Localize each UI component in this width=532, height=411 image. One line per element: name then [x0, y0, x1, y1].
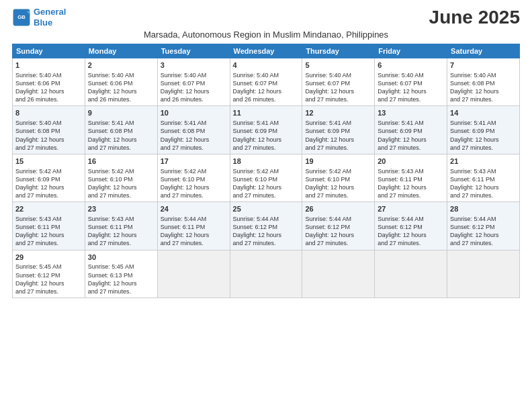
sunrise: Sunrise: 5:42 AM: [233, 168, 279, 175]
sunset: Sunset: 6:07 PM: [378, 80, 423, 87]
daylight-minutes: and 26 minutes.: [15, 96, 58, 103]
table-row: 1Sunrise: 5:40 AMSunset: 6:06 PMDaylight…: [13, 58, 520, 106]
daylight-label: Daylight: 12 hours: [161, 136, 210, 143]
sunrise: Sunrise: 5:43 AM: [88, 216, 134, 222]
day-number: 4: [233, 60, 300, 71]
day-number: 20: [378, 156, 444, 167]
table-cell: 10Sunrise: 5:41 AMSunset: 6:08 PMDayligh…: [157, 106, 230, 154]
header: GB General Blue June 2025: [12, 7, 520, 28]
daylight-label: Daylight: 12 hours: [161, 184, 210, 191]
sunset: Sunset: 6:09 PM: [450, 128, 495, 134]
daylight-minutes: and 27 minutes.: [378, 240, 420, 246]
daylight-label: Daylight: 12 hours: [378, 88, 427, 95]
day-number: 17: [161, 156, 227, 167]
daylight-label: Daylight: 12 hours: [161, 88, 210, 95]
daylight-minutes: and 26 minutes.: [161, 96, 204, 103]
sunset: Sunset: 6:08 PM: [88, 128, 133, 134]
daylight-minutes: and 27 minutes.: [88, 240, 131, 246]
daylight-minutes: and 27 minutes.: [305, 240, 348, 246]
daylight-label: Daylight: 12 hours: [15, 184, 64, 191]
day-number: 22: [15, 204, 82, 214]
table-row: 22Sunrise: 5:43 AMSunset: 6:11 PMDayligh…: [13, 202, 520, 250]
table-cell: 24Sunrise: 5:44 AMSunset: 6:11 PMDayligh…: [157, 202, 230, 250]
daylight-label: Daylight: 12 hours: [233, 232, 282, 238]
day-number: 6: [378, 60, 444, 71]
day-number: 8: [15, 108, 82, 118]
sunrise: Sunrise: 5:40 AM: [161, 72, 207, 79]
daylight-label: Daylight: 12 hours: [88, 88, 137, 95]
daylight-minutes: and 26 minutes.: [233, 96, 276, 103]
header-row: Sunday Monday Tuesday Wednesday Thursday…: [13, 44, 520, 58]
daylight-minutes: and 27 minutes.: [233, 144, 276, 151]
daylight-label: Daylight: 12 hours: [305, 232, 354, 238]
sunset: Sunset: 6:11 PM: [161, 224, 206, 230]
daylight-label: Daylight: 12 hours: [88, 136, 137, 143]
sunrise: Sunrise: 5:43 AM: [378, 168, 424, 175]
sunrise: Sunrise: 5:40 AM: [15, 120, 62, 126]
svg-text:GB: GB: [17, 13, 26, 19]
sunrise: Sunrise: 5:41 AM: [450, 120, 496, 126]
daylight-minutes: and 27 minutes.: [305, 144, 348, 151]
sunset: Sunset: 6:09 PM: [15, 176, 60, 183]
sunrise: Sunrise: 5:40 AM: [88, 72, 134, 79]
table-cell: 20Sunrise: 5:43 AMSunset: 6:11 PMDayligh…: [375, 154, 447, 201]
table-cell: 22Sunrise: 5:43 AMSunset: 6:11 PMDayligh…: [13, 202, 85, 250]
table-cell: [157, 250, 230, 298]
sunrise: Sunrise: 5:45 AM: [15, 263, 62, 270]
daylight-minutes: and 27 minutes.: [305, 96, 348, 103]
table-cell: 28Sunrise: 5:44 AMSunset: 6:12 PMDayligh…: [447, 202, 520, 250]
sunset: Sunset: 6:06 PM: [88, 80, 133, 87]
sunset: Sunset: 6:10 PM: [233, 176, 278, 183]
sunrise: Sunrise: 5:40 AM: [378, 72, 424, 79]
table-cell: 29Sunrise: 5:45 AMSunset: 6:12 PMDayligh…: [13, 250, 85, 298]
table-cell: 18Sunrise: 5:42 AMSunset: 6:10 PMDayligh…: [230, 154, 302, 201]
daylight-minutes: and 27 minutes.: [378, 192, 420, 199]
daylight-minutes: and 27 minutes.: [88, 192, 131, 199]
daylight-label: Daylight: 12 hours: [450, 184, 499, 191]
col-wednesday: Wednesday: [230, 44, 302, 58]
table-cell: 9Sunrise: 5:41 AMSunset: 6:08 PMDaylight…: [85, 106, 157, 154]
daylight-label: Daylight: 12 hours: [15, 232, 64, 238]
daylight-minutes: and 27 minutes.: [161, 192, 204, 199]
sunset: Sunset: 6:12 PM: [305, 224, 350, 230]
sunrise: Sunrise: 5:40 AM: [15, 72, 62, 79]
table-cell: 11Sunrise: 5:41 AMSunset: 6:09 PMDayligh…: [230, 106, 302, 154]
day-number: 12: [305, 108, 371, 118]
table-row: 8Sunrise: 5:40 AMSunset: 6:08 PMDaylight…: [13, 106, 520, 154]
daylight-label: Daylight: 12 hours: [305, 136, 354, 143]
sunrise: Sunrise: 5:42 AM: [15, 168, 62, 175]
daylight-minutes: and 27 minutes.: [450, 144, 493, 151]
daylight-minutes: and 27 minutes.: [450, 192, 493, 199]
logo: GB General Blue: [12, 7, 66, 28]
page: GB General Blue June 2025 Marsada, Auton…: [0, 0, 532, 411]
daylight-minutes: and 27 minutes.: [88, 144, 131, 151]
daylight-label: Daylight: 12 hours: [450, 88, 499, 95]
day-number: 24: [161, 204, 227, 214]
sunrise: Sunrise: 5:40 AM: [450, 72, 496, 79]
sunset: Sunset: 6:11 PM: [450, 176, 495, 183]
day-number: 27: [378, 204, 444, 214]
sunset: Sunset: 6:09 PM: [378, 128, 423, 134]
daylight-minutes: and 27 minutes.: [450, 96, 493, 103]
day-number: 14: [450, 108, 517, 118]
sunrise: Sunrise: 5:41 AM: [378, 120, 424, 126]
table-cell: 4Sunrise: 5:40 AMSunset: 6:07 PMDaylight…: [230, 58, 302, 106]
col-thursday: Thursday: [302, 44, 375, 58]
calendar-table: Sunday Monday Tuesday Wednesday Thursday…: [12, 44, 520, 298]
sunrise: Sunrise: 5:44 AM: [378, 216, 424, 222]
sunset: Sunset: 6:12 PM: [15, 272, 60, 279]
logo-text: General Blue: [34, 7, 66, 28]
col-friday: Friday: [375, 44, 447, 58]
table-cell: 25Sunrise: 5:44 AMSunset: 6:12 PMDayligh…: [230, 202, 302, 250]
table-cell: 6Sunrise: 5:40 AMSunset: 6:07 PMDaylight…: [375, 58, 447, 106]
table-cell: 15Sunrise: 5:42 AMSunset: 6:09 PMDayligh…: [13, 154, 85, 201]
table-row: 29Sunrise: 5:45 AMSunset: 6:12 PMDayligh…: [13, 250, 520, 298]
day-number: 10: [161, 108, 227, 118]
day-number: 2: [88, 60, 154, 71]
daylight-label: Daylight: 12 hours: [378, 232, 427, 238]
logo-icon: GB: [12, 8, 31, 27]
daylight-label: Daylight: 12 hours: [233, 88, 282, 95]
table-cell: 23Sunrise: 5:43 AMSunset: 6:11 PMDayligh…: [85, 202, 157, 250]
table-row: 15Sunrise: 5:42 AMSunset: 6:09 PMDayligh…: [13, 154, 520, 201]
daylight-minutes: and 27 minutes.: [161, 144, 204, 151]
